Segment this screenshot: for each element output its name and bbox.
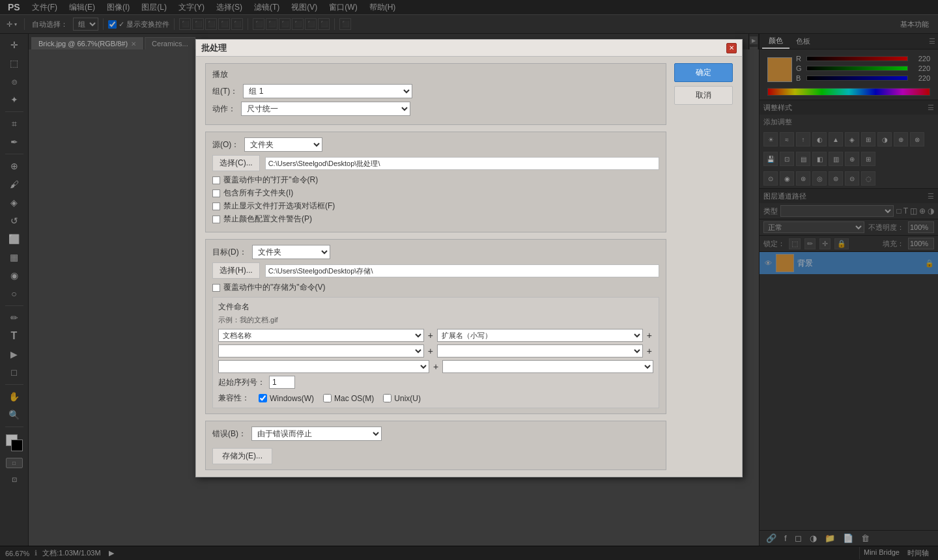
suppress-color-row: 禁止颜色配置文件警告(P)	[212, 214, 659, 225]
dest-path-text: C:\Users\Steelgod\Desktop\存储\	[265, 264, 659, 277]
suppress-dialogs-checkbox[interactable]	[212, 203, 220, 210]
group-row-label: 组(T)：	[212, 86, 238, 97]
dest-type-select[interactable]: 文件夹	[252, 245, 330, 259]
include-subfolders-label: 包含所有子文件夹(I)	[223, 188, 293, 199]
compat-unix-checkbox[interactable]	[383, 394, 391, 402]
action-row: 动作： 尺寸统一	[212, 102, 659, 116]
override-open-row: 覆盖动作中的"打开"命令(R)	[212, 175, 659, 186]
play-section-label: 播放	[212, 69, 659, 80]
include-subfolders-row: 包含所有子文件夹(I)	[212, 188, 659, 199]
filename-plus-2: +	[427, 346, 434, 356]
batch-dialog: 批处理 ✕ 播放 组(T)： 组 1 动作：	[195, 39, 743, 477]
override-open-label: 覆盖动作中的"打开"命令(R)	[223, 175, 318, 186]
dest-path-row: 选择(H)... C:\Users\Steelgod\Desktop\存储\	[212, 262, 659, 279]
dialog-main-content: 播放 组(T)： 组 1 动作： 尺寸统一	[205, 63, 666, 470]
filename-plus-3: +	[432, 361, 440, 372]
filename-title: 文件命名	[218, 301, 653, 313]
dest-type-row: 目标(D)： 文件夹	[212, 245, 659, 259]
filename-section: 文件命名 示例：我的文档.gif 文档名称 + 扩展名（小写） +	[212, 297, 659, 408]
compat-windows-label[interactable]: Windows(W)	[259, 394, 314, 403]
error-section: 错误(B)： 由于错误而停止 存储为(E)...	[205, 421, 666, 470]
serial-label: 起始序列号：	[218, 377, 265, 388]
cancel-button[interactable]: 取消	[674, 86, 733, 105]
suppress-color-label: 禁止颜色配置文件警告(P)	[223, 214, 312, 225]
include-subfolders-checkbox[interactable]	[212, 189, 220, 197]
source-type-row: 源(O)： 文件夹	[212, 137, 659, 152]
override-save-row: 覆盖动作中的"存储为"命令(V)	[212, 282, 659, 293]
source-section: 源(O)： 文件夹 选择(C)... C:\Users\Steelgod\Des…	[205, 132, 666, 232]
compat-windows-text: Windows(W)	[270, 394, 314, 403]
action-row-label: 动作：	[212, 104, 236, 115]
choose-source-btn[interactable]: 选择(C)...	[212, 155, 260, 171]
filename-plus-1: +	[427, 330, 434, 341]
error-select[interactable]: 由于错误而停止	[251, 427, 382, 441]
filename-select-2b[interactable]	[437, 344, 643, 357]
suppress-color-checkbox[interactable]	[212, 216, 220, 223]
filename-select-2a[interactable]	[218, 344, 424, 357]
source-path-text: C:\Users\Steelgod\Desktop\批处理\	[265, 157, 659, 170]
choose-dest-btn[interactable]: 选择(H)...	[212, 262, 260, 279]
action-select[interactable]: 尺寸统一	[241, 102, 410, 116]
source-label: 源(O)：	[212, 139, 239, 150]
dialog-sidebar: 确定 取消	[674, 63, 733, 470]
filename-row-3: +	[218, 360, 653, 373]
dest-section: 目标(D)： 文件夹 选择(H)... C:\Users\Steelgod\De…	[205, 239, 666, 414]
filename-row-2: + +	[218, 344, 653, 357]
override-open-checkbox[interactable]	[212, 176, 220, 184]
filename-add-2[interactable]: +	[646, 346, 653, 356]
suppress-dialogs-row: 禁止显示文件打开选项对话框(F)	[212, 201, 659, 212]
filename-select-1b[interactable]: 扩展名（小写）	[437, 329, 643, 342]
dialog-title-bar: 批处理 ✕	[196, 40, 742, 57]
compat-mac-checkbox[interactable]	[323, 394, 332, 402]
compat-unix-label[interactable]: Unix(U)	[383, 394, 421, 403]
source-path-row: 选择(C)... C:\Users\Steelgod\Desktop\批处理\	[212, 155, 659, 171]
error-row: 错误(B)： 由于错误而停止	[212, 427, 659, 441]
compat-row: 兼容性： Windows(W) Mac OS(M)	[218, 393, 653, 404]
play-section: 播放 组(T)： 组 1 动作： 尺寸统一	[205, 63, 666, 125]
error-label: 错误(B)：	[212, 428, 246, 440]
dest-label: 目标(D)：	[212, 247, 247, 258]
filename-example: 示例：我的文档.gif	[218, 315, 653, 325]
filename-add-1[interactable]: +	[646, 330, 653, 341]
compat-mac-text: Mac OS(M)	[334, 394, 374, 403]
dialog-title-text: 批处理	[201, 42, 227, 54]
serial-row: 起始序列号：	[218, 376, 653, 389]
save-errors-btn[interactable]: 存储为(E)...	[212, 448, 272, 464]
group-row: 组(T)： 组 1	[212, 84, 659, 98]
suppress-dialogs-label: 禁止显示文件打开选项对话框(F)	[223, 201, 335, 212]
filename-select-3a[interactable]	[218, 360, 429, 373]
filename-select-3b[interactable]	[442, 360, 653, 373]
serial-input[interactable]	[269, 376, 295, 389]
group-select[interactable]: 组 1	[243, 84, 412, 98]
dialog-body: 播放 组(T)： 组 1 动作： 尺寸统一	[196, 57, 742, 477]
compat-windows-checkbox[interactable]	[259, 394, 267, 402]
filename-select-1a[interactable]: 文档名称	[218, 329, 424, 342]
dialog-overlay: 批处理 ✕ 播放 组(T)： 组 1 动作：	[0, 0, 938, 560]
compat-mac-label[interactable]: Mac OS(M)	[323, 394, 374, 403]
filename-row-1: 文档名称 + 扩展名（小写） +	[218, 329, 653, 342]
dialog-close-btn[interactable]: ✕	[726, 43, 737, 53]
compat-unix-text: Unix(U)	[394, 394, 421, 403]
ok-button[interactable]: 确定	[674, 63, 733, 82]
source-type-select[interactable]: 文件夹	[244, 137, 322, 152]
override-save-checkbox[interactable]	[212, 284, 220, 292]
override-save-label: 覆盖动作中的"存储为"命令(V)	[223, 282, 326, 293]
compat-label: 兼容性：	[218, 393, 249, 404]
